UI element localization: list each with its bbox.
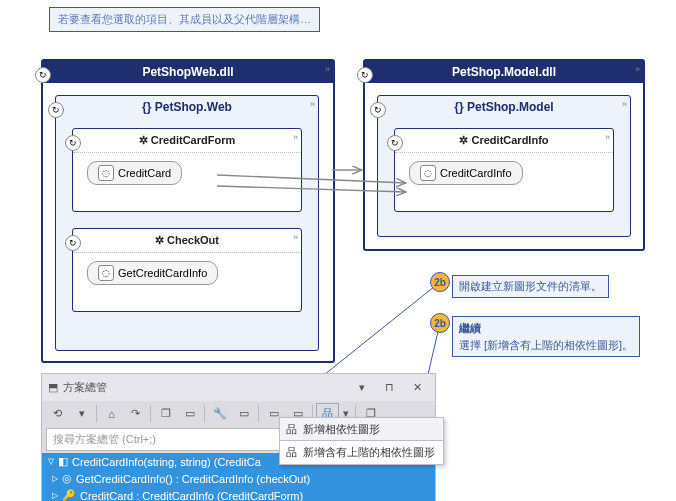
package-petshopweb: ↻ » PetShopWeb.dll ↻ » {} PetShop.Web ↻ … <box>41 59 335 363</box>
namespace-header: {} PetShop.Model <box>378 96 630 118</box>
link-icon: ⬒ <box>48 381 58 394</box>
chevron-icon[interactable]: » <box>605 132 610 142</box>
sync-button[interactable]: ↷ <box>124 403 147 424</box>
gear-icon: ✲ <box>459 134 468 146</box>
package-petshop-model: ↻ » PetShop.Model.dll ↻ » {} PetShop.Mod… <box>363 59 645 251</box>
namespace-header: {} PetShop.Web <box>56 96 318 118</box>
btn[interactable]: ▭ <box>178 403 201 424</box>
refresh-icon[interactable]: ↻ <box>370 102 386 118</box>
refresh-icon[interactable]: ↻ <box>35 67 51 83</box>
panel-titlebar: ⬒ 方案總管 ▾ ⊓ ✕ <box>42 374 435 401</box>
step-badge: 2b <box>430 313 450 333</box>
namespace-petshop-model: ↻ » {} PetShop.Model ↻ » ✲ CreditCardInf… <box>377 95 631 237</box>
callout-continue: 繼續 選擇 [新增含有上階的相依性圖形]。 <box>452 316 640 357</box>
menu-item-new-dep-graph[interactable]: 品 新增相依性圖形 <box>280 418 443 441</box>
wrench-button[interactable]: 🔧 <box>208 403 231 424</box>
field-creditcardinfo[interactable]: ◌ CreditCardInfo <box>409 161 523 185</box>
pin-button[interactable]: ⊓ <box>378 377 401 398</box>
home-button[interactable]: ⌂ <box>100 403 123 424</box>
method-icon: ◎ <box>62 472 72 485</box>
step-badge: 2b <box>430 272 450 292</box>
tree-row[interactable]: ▷ 🔑 CreditCard : CreditCardInfo (CreditC… <box>42 487 435 501</box>
key-icon: 🔑 <box>62 489 76 501</box>
field-creditcard[interactable]: ◌ CreditCard <box>87 161 182 185</box>
gear-icon: ✲ <box>139 134 148 146</box>
field-icon: ◌ <box>98 165 114 181</box>
chevron-icon[interactable]: » <box>310 99 315 109</box>
expand-icon[interactable]: ▽ <box>48 457 54 466</box>
refresh-icon[interactable]: ↻ <box>357 67 373 83</box>
expand-icon[interactable]: ▷ <box>52 474 58 483</box>
refresh-icon[interactable]: ↻ <box>387 135 403 151</box>
method-icon: ◧ <box>58 455 68 468</box>
menu-item-new-dep-graph-with-parents[interactable]: 品 新增含有上階的相依性圖形 <box>279 440 444 465</box>
class-header: ✲ CreditCardForm <box>73 129 301 153</box>
class-creditcardform: ↻ » ✲ CreditCardForm ◌ CreditCard <box>72 128 302 212</box>
field-icon: ◌ <box>98 265 114 281</box>
btn[interactable]: ▭ <box>232 403 255 424</box>
field-getcreditcardinfo[interactable]: ◌ GetCreditCardInfo <box>87 261 218 285</box>
refresh-icon[interactable]: ↻ <box>65 235 81 251</box>
chevron-icon[interactable]: » <box>635 64 640 74</box>
graph-icon: 品 <box>286 422 297 437</box>
btn[interactable]: ❐ <box>154 403 177 424</box>
chevron-icon[interactable]: » <box>325 64 330 74</box>
close-button[interactable]: ✕ <box>406 377 429 398</box>
refresh-icon[interactable]: ↻ <box>48 102 64 118</box>
class-checkout: ↻ » ✲ CheckOut ◌ GetCreditCardInfo <box>72 228 302 312</box>
hint-tooltip: 若要查看您選取的項目、其成員以及父代階層架構… <box>49 7 320 32</box>
graph-icon: 品 <box>286 445 297 460</box>
braces-icon: {} <box>142 100 151 114</box>
callout-open-menu: 開啟建立新圖形文件的清單。 <box>452 275 609 298</box>
tree-row[interactable]: ▷ ◎ GetCreditCardInfo() : CreditCardInfo… <box>42 470 435 487</box>
dropdown-button[interactable]: ▾ <box>350 377 373 398</box>
chevron-icon[interactable]: » <box>622 99 627 109</box>
chevron-icon[interactable]: » <box>293 232 298 242</box>
refresh-icon[interactable]: ↻ <box>65 135 81 151</box>
namespace-petshop-web: ↻ » {} PetShop.Web ↻ » ✲ CreditCardForm … <box>55 95 319 351</box>
package-header: PetShop.Model.dll <box>365 61 643 83</box>
field-icon: ◌ <box>420 165 436 181</box>
package-header: PetShopWeb.dll <box>43 61 333 83</box>
expand-icon[interactable]: ▷ <box>52 491 58 500</box>
fwd-button[interactable]: ▾ <box>70 403 93 424</box>
class-header: ✲ CreditCardInfo <box>395 129 613 153</box>
braces-icon: {} <box>454 100 463 114</box>
new-graph-menu: 品 新增相依性圖形 品 新增含有上階的相依性圖形 <box>279 417 444 465</box>
back-button[interactable]: ⟲ <box>46 403 69 424</box>
class-header: ✲ CheckOut <box>73 229 301 253</box>
chevron-icon[interactable]: » <box>293 132 298 142</box>
class-creditcardinfo: ↻ » ✲ CreditCardInfo ◌ CreditCardInfo <box>394 128 614 212</box>
gear-icon: ✲ <box>155 234 164 246</box>
